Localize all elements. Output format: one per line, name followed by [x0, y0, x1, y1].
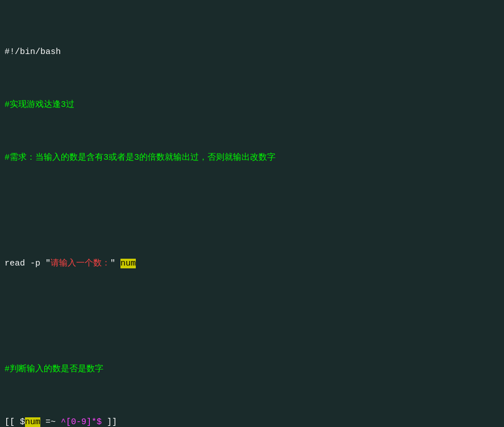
line-8: [[ $num =~ ^[0-9]*$ ]] — [5, 416, 499, 427]
line-5: read -p "请输入一个数：" num — [5, 257, 499, 270]
line-3: #需求：当输入的数是含有3或者是3的倍数就输出过，否则就输出改数字 — [5, 151, 499, 164]
line-4 — [5, 204, 499, 217]
line-2: #实现游戏达逢3过 — [5, 98, 499, 111]
line-6 — [5, 310, 499, 323]
line-1: #!/bin/bash — [5, 45, 499, 59]
line-7: #判断输入的数是否是数字 — [5, 363, 499, 376]
code-editor: #!/bin/bash #实现游戏达逢3过 #需求：当输入的数是含有3或者是3的… — [5, 6, 499, 427]
